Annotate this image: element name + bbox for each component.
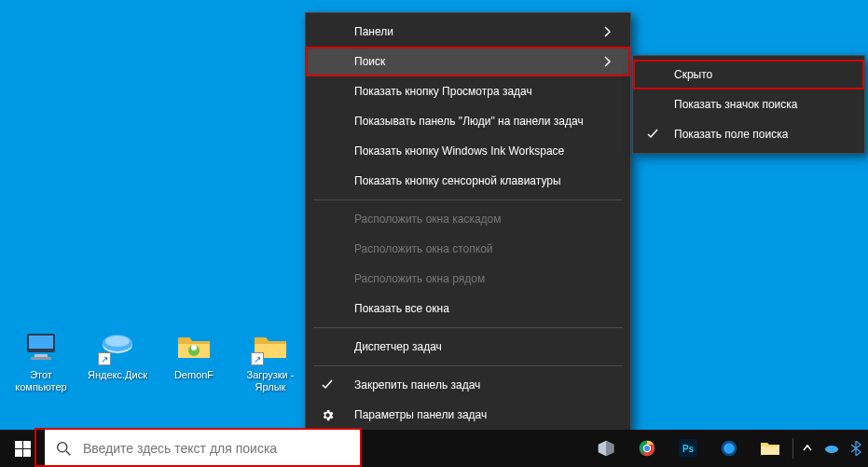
menu-item-label: Показать кнопку сенсорной клавиатуры <box>354 174 561 187</box>
chevron-right-icon <box>604 56 612 67</box>
svg-line-14 <box>66 451 70 455</box>
desktop-icon-label: Загрузки - Ярлык <box>247 369 295 393</box>
menu-item-show-all-windows[interactable]: Показать все окна <box>306 294 630 323</box>
svg-point-8 <box>191 345 197 350</box>
this-pc-icon <box>21 326 61 365</box>
svg-rect-1 <box>29 336 53 349</box>
menu-item-label: Показать кнопку Windows Ink Workspace <box>354 144 564 158</box>
svg-rect-11 <box>15 449 22 457</box>
svg-point-23 <box>825 446 838 453</box>
menu-item-label: Показывать панель "Люди" на панели задач <box>354 115 584 128</box>
menu-item-label: Показать поле поиска <box>674 128 788 141</box>
menu-item-people[interactable]: Показывать панель "Люди" на панели задач <box>306 106 630 136</box>
menu-item-label: Поиск <box>354 55 385 68</box>
menu-item-label: Показать кнопку Просмотра задач <box>354 85 532 98</box>
svg-rect-2 <box>34 354 48 357</box>
taskbar-tray: Ps <box>586 430 868 467</box>
desktop-icons: Этот компьютер ↗ Яндекс.Диск DemonF ↗ За… <box>7 326 304 393</box>
tray-app-virtualbox[interactable] <box>586 430 627 467</box>
tray-app-chrome[interactable] <box>627 430 668 467</box>
menu-item-touch-keyboard[interactable]: Показать кнопку сенсорной клавиатуры <box>306 166 630 196</box>
search-icon <box>56 441 72 457</box>
start-button[interactable] <box>0 430 45 467</box>
yandex-disk-icon: ↗ <box>98 326 137 365</box>
menu-item-label: Параметры панели задач <box>354 408 487 421</box>
desktop-icon-downloads[interactable]: ↗ Загрузки - Ярлык <box>237 326 304 393</box>
menu-item-sidebyside: Расположить окна рядом <box>306 264 630 294</box>
svg-point-6 <box>105 336 130 347</box>
svg-point-13 <box>58 442 67 451</box>
menu-item-label: Показать все окна <box>354 302 449 315</box>
folder-icon: ↗ <box>251 326 290 365</box>
desktop-icon-label: Этот компьютер <box>15 369 66 393</box>
desktop-icon-label: DemonF <box>174 369 214 381</box>
menu-item-label: Скрыто <box>674 68 712 81</box>
svg-rect-10 <box>23 441 31 448</box>
shortcut-arrow-icon: ↗ <box>98 352 111 365</box>
menu-separator <box>313 199 623 200</box>
menu-item-cascade: Расположить окна каскадом <box>306 204 630 234</box>
menu-separator <box>313 327 623 328</box>
menu-item-toolbars[interactable]: Панели <box>306 17 630 47</box>
desktop-icon-this-pc[interactable]: Этот компьютер <box>7 326 75 393</box>
svg-point-21 <box>723 443 735 454</box>
menu-item-lock-taskbar[interactable]: Закрепить панель задач <box>306 370 630 400</box>
chevron-right-icon <box>604 26 612 37</box>
svg-rect-22 <box>761 446 779 455</box>
desktop-icon-demonf[interactable]: DemonF <box>160 326 227 393</box>
svg-rect-3 <box>31 357 51 360</box>
menu-item-taskbar-settings[interactable]: Параметры панели задач <box>306 400 630 430</box>
menu-item-label: Диспетчер задач <box>354 340 442 353</box>
menu-item-search[interactable]: Поиск <box>306 47 630 76</box>
svg-rect-9 <box>15 441 22 448</box>
desktop-icon-label: Яндекс.Диск <box>88 369 147 381</box>
search-input[interactable] <box>83 441 349 456</box>
menu-separator <box>313 365 623 366</box>
search-submenu: Скрыто Показать значок поиска Показать п… <box>632 55 865 154</box>
svg-text:Ps: Ps <box>682 444 695 454</box>
menu-item-label: Панели <box>354 25 393 38</box>
check-icon <box>319 377 336 393</box>
taskbar: Ps <box>0 430 868 467</box>
shortcut-arrow-icon: ↗ <box>251 352 264 365</box>
check-icon <box>644 126 661 143</box>
tray-yandex-disk-icon[interactable] <box>820 430 844 467</box>
taskbar-context-menu: Панели Поиск Показать кнопку Просмотра з… <box>305 12 631 434</box>
svg-rect-12 <box>23 449 31 457</box>
folder-icon <box>174 326 214 365</box>
tray-overflow-chevron[interactable] <box>795 430 820 467</box>
submenu-item-show-icon[interactable]: Показать значок поиска <box>633 89 864 119</box>
menu-item-task-manager[interactable]: Диспетчер задач <box>306 332 630 362</box>
taskbar-search-box[interactable] <box>45 430 360 467</box>
svg-point-17 <box>644 446 650 451</box>
tray-app-explorer[interactable] <box>750 430 791 467</box>
tray-app-photoshop[interactable]: Ps <box>668 430 709 467</box>
submenu-item-show-box[interactable]: Показать поле поиска <box>633 119 864 149</box>
gear-icon <box>319 406 336 423</box>
menu-item-task-view[interactable]: Показать кнопку Просмотра задач <box>306 76 630 106</box>
desktop-icon-yandex-disk[interactable]: ↗ Яндекс.Диск <box>84 326 151 393</box>
tray-app-browser[interactable] <box>709 430 750 467</box>
menu-item-ink-workspace[interactable]: Показать кнопку Windows Ink Workspace <box>306 136 630 166</box>
tray-separator <box>792 438 793 459</box>
menu-item-label: Расположить окна каскадом <box>354 213 502 226</box>
menu-item-label: Расположить окна рядом <box>354 272 485 285</box>
tray-bluetooth-icon[interactable] <box>844 430 868 467</box>
menu-item-stacked: Расположить окна стопкой <box>306 234 630 264</box>
menu-item-label: Показать значок поиска <box>674 98 797 111</box>
menu-item-label: Расположить окна стопкой <box>354 242 493 255</box>
menu-item-label: Закрепить панель задач <box>354 378 480 391</box>
windows-logo-icon <box>15 441 31 457</box>
submenu-item-hidden[interactable]: Скрыто <box>633 60 864 89</box>
